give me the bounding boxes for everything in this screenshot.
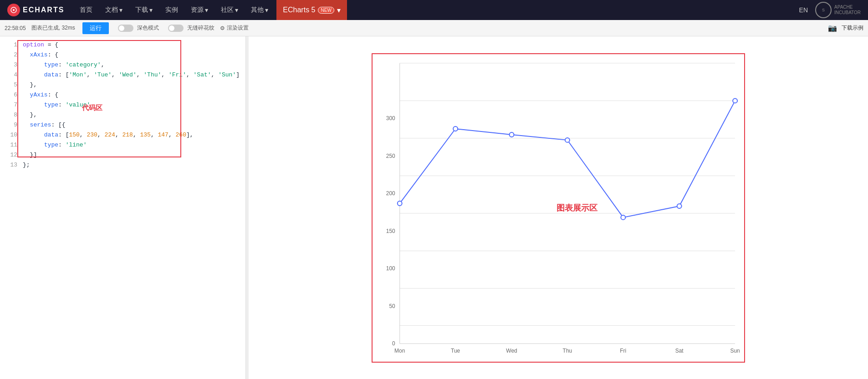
svg-text:Fri: Fri (620, 348, 626, 354)
dark-mode-toggle[interactable] (118, 25, 133, 32)
nav-right: EN S APACHE INCUBATOR (799, 2, 861, 18)
settings-icon: ⚙ (220, 25, 225, 31)
toolbar: 22:58:05 图表已生成, 32ms 运行 深色模式 无缝碎花纹 ⚙ 渲染设… (0, 20, 868, 36)
chevron-down-icon: ▾ (119, 6, 123, 14)
svg-text:200: 200 (386, 190, 395, 197)
incubator-text: APACHE INCUBATOR (834, 5, 861, 15)
chevron-down-icon: ▾ (205, 6, 208, 14)
svg-text:300: 300 (386, 115, 395, 121)
svg-text:Sat: Sat (675, 348, 684, 354)
code-line-5: 5 }, (0, 80, 245, 90)
code-line-4: 4 data: ['Mon', 'Tue', 'Wed', 'Thu', 'Fr… (0, 70, 245, 80)
incubator-logo: S APACHE INCUBATOR (815, 2, 861, 18)
download-button[interactable]: 下载示例 (842, 24, 863, 32)
logo-text: ECHARTS (23, 6, 64, 14)
code-line-11: 11 type: 'line' (0, 140, 245, 150)
chevron-down-icon: ▾ (149, 6, 153, 14)
chevron-down-icon: ▾ (265, 6, 268, 14)
svg-text:50: 50 (389, 303, 395, 309)
navbar: ECHARTS 首页 文档 ▾ 下载 ▾ 实例 资源 ▾ 社区 ▾ 其他 ▾ E… (0, 0, 868, 20)
svg-point-29 (565, 137, 570, 142)
seamless-label: 无缝碎花纹 (187, 24, 214, 32)
svg-text:0: 0 (392, 340, 395, 347)
svg-point-26 (398, 201, 402, 206)
svg-text:100: 100 (386, 265, 395, 272)
code-line-7: 7 type: 'value' (0, 100, 245, 110)
lang-en[interactable]: EN (799, 6, 808, 14)
svg-point-27 (453, 126, 458, 131)
code-line-2: 2 xAxis: { (0, 50, 245, 60)
toolbar-status: 图表已生成, 32ms (31, 24, 75, 32)
nav-other[interactable]: 其他 ▾ (245, 0, 275, 20)
svg-text:Tue: Tue (451, 348, 460, 354)
toolbar-time: 22:58:05 (5, 25, 26, 31)
svg-text:Wed: Wed (506, 348, 517, 354)
code-line-12: 12 }] (0, 150, 245, 160)
svg-point-31 (677, 204, 682, 208)
code-line-3: 3 type: 'category', (0, 60, 245, 70)
svg-text:Mon: Mon (394, 348, 405, 354)
svg-point-30 (621, 215, 625, 219)
code-panel: 1 option = { 2 xAxis: { 3 type: 'categor… (0, 36, 246, 379)
camera-icon[interactable]: 📷 (828, 24, 837, 32)
svg-text:Thu: Thu (563, 348, 572, 354)
echarts5-badge: NEW (318, 7, 334, 14)
logo-icon (7, 4, 20, 16)
dark-mode-label: 深色模式 (137, 24, 159, 32)
dark-mode-toggle-group: 深色模式 (118, 24, 159, 32)
code-line-6: 6 yAxis: { (0, 90, 245, 100)
code-line-1: 1 option = { (0, 40, 245, 50)
svg-point-32 (733, 98, 737, 103)
seamless-toggle-group: 无缝碎花纹 (168, 24, 214, 32)
logo[interactable]: ECHARTS (7, 4, 64, 16)
nav-download[interactable]: 下载 ▾ (129, 0, 159, 20)
nav-home[interactable]: 首页 (73, 0, 99, 20)
svg-text:Sun: Sun (730, 348, 740, 354)
svg-text:250: 250 (386, 152, 395, 159)
code-line-13: 13 }; (0, 160, 245, 170)
chart-svg: 0 50 100 150 200 250 300 Mon Tue Wed Thu… (373, 54, 744, 362)
code-line-8: 8 }, (0, 110, 245, 120)
chevron-down-icon: ▾ (235, 6, 238, 14)
svg-point-28 (510, 132, 514, 136)
code-editor[interactable]: 1 option = { 2 xAxis: { 3 type: 'categor… (0, 36, 245, 379)
main-content: 1 option = { 2 xAxis: { 3 type: 'categor… (0, 36, 868, 379)
code-line-10: 10 data: [150, 230, 224, 218, 135, 147, … (0, 130, 245, 140)
render-settings[interactable]: ⚙ 渲染设置 (220, 24, 249, 32)
chevron-down-icon: ▾ (337, 6, 341, 15)
code-line-9: 9 series: [{ (0, 120, 245, 130)
nav-community[interactable]: 社区 ▾ (214, 0, 245, 20)
toolbar-right: 📷 下载示例 (828, 24, 863, 32)
nav-docs[interactable]: 文档 ▾ (99, 0, 129, 20)
chart-panel: 0 50 100 150 200 250 300 Mon Tue Wed Thu… (249, 36, 868, 379)
svg-point-1 (13, 9, 15, 11)
nav-echarts5[interactable]: ECharts 5 NEW ▾ (276, 0, 347, 20)
chart-container: 0 50 100 150 200 250 300 Mon Tue Wed Thu… (372, 53, 745, 363)
run-button[interactable]: 运行 (82, 22, 109, 34)
seamless-toggle[interactable] (168, 25, 184, 32)
nav-examples[interactable]: 实例 (159, 0, 184, 20)
incubator-icon: S (815, 2, 832, 18)
nav-resources[interactable]: 资源 ▾ (184, 0, 214, 20)
svg-text:150: 150 (386, 227, 395, 234)
